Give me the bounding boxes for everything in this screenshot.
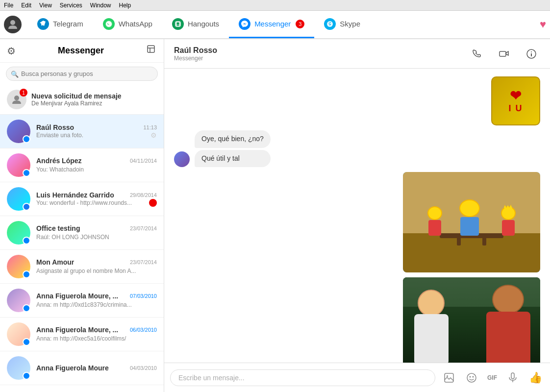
svg-point-12 bbox=[531, 51, 532, 52]
svg-point-3 bbox=[176, 22, 179, 24]
search-input[interactable] bbox=[6, 67, 158, 81]
video-call-button[interactable] bbox=[495, 45, 513, 63]
sticker-message: ❤ I U bbox=[174, 76, 540, 125]
contact-luis[interactable]: Luis Hernández Garrido 29/08/2014 You: w… bbox=[0, 182, 164, 216]
office-avatar-wrap bbox=[7, 221, 30, 245]
menu-view[interactable]: View bbox=[39, 2, 52, 9]
request-text: Nueva solicitud de mensaje De Menjivar A… bbox=[31, 92, 122, 107]
luis-time: 29/08/2014 bbox=[130, 192, 157, 198]
gif-button[interactable]: GIF bbox=[485, 369, 499, 387]
app-header: Telegram WhatsApp Hangouts Messenger 3 S… bbox=[0, 11, 550, 39]
msg-text-1: Oye, qué bien, ¿no? bbox=[195, 130, 271, 148]
chat-platform: Messenger bbox=[174, 55, 217, 62]
messenger-badge: 3 bbox=[296, 20, 304, 28]
anna1-avatar-wrap bbox=[7, 289, 30, 312]
contact-list: Raúl Rosso 11:13 Enviaste una foto. ⚙ bbox=[0, 115, 164, 392]
skype-icon bbox=[324, 18, 336, 30]
anna1-info: Anna Figuerola Moure, ... 07/03/2010 Ann… bbox=[36, 292, 157, 309]
sidebar-settings[interactable]: ⚙ bbox=[7, 45, 16, 57]
anna3-avatar-wrap bbox=[7, 356, 30, 380]
tab-messenger[interactable]: Messenger 3 bbox=[229, 11, 314, 38]
svg-point-16 bbox=[470, 376, 471, 377]
anna1-name: Anna Figuerola Moure, ... bbox=[36, 292, 118, 300]
tab-hangouts[interactable]: Hangouts bbox=[162, 11, 229, 38]
chat-area: Raúl Rosso Messenger bbox=[164, 39, 550, 392]
phone-call-button[interactable] bbox=[468, 45, 485, 63]
monamour-time: 23/07/2014 bbox=[130, 259, 157, 265]
monamour-avatar-wrap bbox=[7, 255, 30, 278]
monamour-platform-badge bbox=[23, 270, 30, 278]
compose-icon[interactable] bbox=[146, 44, 157, 57]
monamour-info: Mon Amour 23/07/2014 Asignaste al grupo … bbox=[36, 258, 157, 275]
office-preview: Raúl: OH LONG JOHNSON bbox=[36, 234, 109, 241]
luis-unread-badge bbox=[149, 199, 157, 207]
andres-preview: You: Whatchadoin bbox=[36, 166, 84, 173]
tab-telegram-label: Telegram bbox=[53, 20, 83, 28]
simpsons-image bbox=[403, 172, 540, 272]
image-attach-button[interactable] bbox=[440, 369, 458, 387]
raul-gear-icon: ⚙ bbox=[150, 131, 157, 139]
anna2-preview: Anna: m http://0xec5a16/coolfilms/ bbox=[36, 335, 126, 342]
emoji-button[interactable] bbox=[463, 369, 480, 387]
message-request[interactable]: 1 Nueva solicitud de mensaje De Menjivar… bbox=[0, 85, 164, 115]
contact-monamour[interactable]: Mon Amour 23/07/2014 Asignaste al grupo … bbox=[0, 250, 164, 284]
received-message-1: Oye, qué bien, ¿no? Qué útil y tal bbox=[174, 130, 540, 167]
tab-skype-label: Skype bbox=[340, 20, 360, 28]
andres-time: 04/11/2014 bbox=[130, 158, 157, 164]
whatsapp-icon bbox=[103, 18, 115, 30]
svg-rect-13 bbox=[445, 373, 453, 382]
andres-avatar-wrap bbox=[7, 153, 30, 177]
chat-header-actions bbox=[468, 45, 540, 63]
anna1-preview: Anna: m http://0xd1c8379c/crimina... bbox=[36, 301, 132, 308]
svg-point-8 bbox=[14, 96, 19, 100]
info-button[interactable] bbox=[523, 45, 540, 63]
anna2-info: Anna Figuerola Moure, ... 06/03/2010 Ann… bbox=[36, 326, 157, 343]
request-badge: 1 bbox=[20, 89, 27, 97]
request-avatar: 1 bbox=[7, 90, 26, 109]
msg-bubble-1: Oye, qué bien, ¿no? Qué útil y tal bbox=[195, 130, 271, 167]
chat-header: Raúl Rosso Messenger bbox=[164, 39, 550, 69]
telegram-icon bbox=[37, 18, 49, 30]
menu-file[interactable]: File bbox=[4, 2, 13, 9]
like-button[interactable]: 👍 bbox=[526, 369, 544, 387]
tab-skype[interactable]: Skype bbox=[314, 11, 370, 38]
contact-anna3[interactable]: Anna Figuerola Moure 04/03/2010 bbox=[0, 351, 164, 385]
luis-preview: You: wonderful - http://www.rounds... bbox=[36, 199, 132, 206]
raul-time: 11:13 bbox=[143, 124, 157, 130]
andres-platform-badge bbox=[23, 169, 30, 177]
tab-telegram[interactable]: Telegram bbox=[27, 11, 93, 38]
raul-avatar-wrap bbox=[7, 120, 30, 143]
sidebar-header: ⚙ Messenger bbox=[0, 39, 164, 63]
contact-office[interactable]: Office testing 23/07/2014 Raúl: OH LONG … bbox=[0, 216, 164, 250]
raul-platform-badge bbox=[23, 135, 30, 143]
luis-info: Luis Hernández Garrido 29/08/2014 You: w… bbox=[36, 191, 157, 207]
menu-services[interactable]: Services bbox=[60, 2, 82, 9]
menu-window[interactable]: Window bbox=[90, 2, 111, 9]
anna3-platform-badge bbox=[23, 372, 30, 380]
menu-edit[interactable]: Edit bbox=[21, 2, 31, 9]
messenger-icon bbox=[239, 18, 250, 30]
message-input[interactable] bbox=[170, 369, 435, 386]
anna3-info: Anna Figuerola Moure 04/03/2010 bbox=[36, 364, 157, 372]
contact-andres[interactable]: Andrés López 04/11/2014 You: Whatchadoin bbox=[0, 148, 164, 182]
office-info: Office testing 23/07/2014 Raúl: OH LONG … bbox=[36, 224, 157, 241]
contact-anna2[interactable]: Anna Figuerola Moure, ... 06/03/2010 Ann… bbox=[0, 318, 164, 351]
office-name: Office testing bbox=[36, 224, 80, 232]
svg-rect-5 bbox=[148, 46, 154, 52]
office-platform-badge bbox=[23, 237, 30, 245]
luis-platform-badge bbox=[23, 203, 30, 211]
voice-button[interactable] bbox=[504, 369, 522, 387]
contact-anna1[interactable]: Anna Figuerola Moure, ... 07/03/2010 Ann… bbox=[0, 284, 164, 318]
sent-image-photo bbox=[174, 277, 540, 363]
settings-icon[interactable]: ⚙ bbox=[7, 45, 16, 57]
main-layout: ⚙ Messenger 🔍 1 Nueva solicitud de mensa… bbox=[0, 39, 550, 392]
contact-raul[interactable]: Raúl Rosso 11:13 Enviaste una foto. ⚙ bbox=[0, 115, 164, 148]
office-time: 23/07/2014 bbox=[130, 225, 157, 231]
svg-point-15 bbox=[467, 373, 476, 382]
tab-whatsapp[interactable]: WhatsApp bbox=[93, 11, 162, 38]
svg-point-14 bbox=[447, 375, 448, 377]
search-icon: 🔍 bbox=[11, 70, 19, 77]
favorites-button[interactable]: ♥ bbox=[540, 18, 546, 31]
hangouts-icon bbox=[172, 18, 184, 30]
menu-help[interactable]: Help bbox=[119, 2, 131, 9]
